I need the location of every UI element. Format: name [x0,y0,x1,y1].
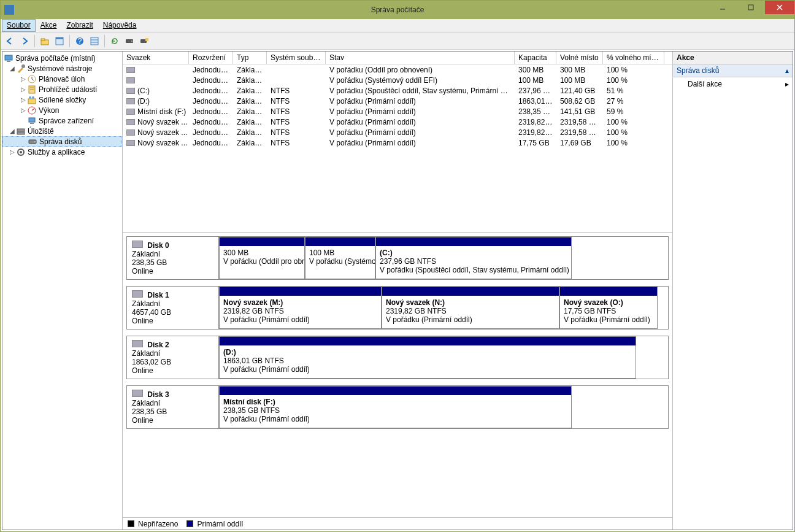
vol-free: 100 MB [556,75,603,86]
view-list-button[interactable] [88,34,101,48]
disk-action-button[interactable] [137,34,151,48]
col-kapacita[interactable]: Kapacita [515,52,556,64]
partition[interactable]: (C:)237,96 GB NTFSV pořádku (Spouštěcí o… [375,237,572,279]
minimize-button[interactable] [709,1,737,14]
expand-icon[interactable]: ▷ [20,96,27,103]
disk-label[interactable]: Disk 3Základní238,35 GBOnline [127,386,219,428]
collapse-icon[interactable]: ◢ [9,128,16,134]
partition[interactable]: (D:)1863,01 GB NTFSV pořádku (Primární o… [219,336,636,379]
svg-rect-28 [29,118,35,122]
volume-row[interactable]: Místní disk (F:)JednoduchýZákladníNTFSV … [123,106,672,117]
partition-stripe [560,287,657,296]
col-volne[interactable]: Volné místo [556,52,603,64]
vol-name: (D:) [137,97,150,106]
partition[interactable]: Nový svazek (O:)17,75 GB NTFSV pořádku (… [559,287,658,329]
expand-icon[interactable]: ▷ [20,86,27,93]
vol-pct: 100 % [603,75,664,86]
titlebar[interactable]: Správa počítače [1,1,794,19]
tree-diskmgmt[interactable]: Správa disků [2,136,122,147]
volume-row[interactable]: JednoduchýZákladníV pořádku (Oddíl pro o… [123,64,672,75]
disk-label[interactable]: Disk 1Základní4657,40 GBOnline [127,287,219,329]
tree-services[interactable]: ▷ Služby a aplikace [2,147,122,157]
volume-row[interactable]: (C:)JednoduchýZákladníNTFSV pořádku (Spo… [123,85,672,96]
partition[interactable]: 300 MBV pořádku (Oddíl pro obnovení) [219,237,305,279]
menubar: Soubor Akce Zobrazit Nápověda [1,19,794,33]
menu-soubor[interactable]: Soubor [2,19,36,32]
col-rozvrzeni[interactable]: Rozvržení [189,52,233,64]
vol-capacity: 237,96 GB [515,85,556,96]
close-button[interactable] [765,1,794,14]
drive-icon [126,129,135,136]
legend: Nepřiřazeno Primární oddíl [123,517,672,530]
actions-header: Akce [673,52,793,64]
collapse-icon[interactable]: ◢ [9,65,16,72]
partition[interactable]: Nový svazek (N:)2319,82 GB NTFSV pořádku… [382,287,559,329]
svg-rect-7 [56,37,63,39]
partition[interactable]: Místní disk (F:)238,35 GB NTFSV pořádku … [219,386,572,428]
vol-status: V pořádku (Oddíl pro obnovení) [326,64,515,75]
volume-row[interactable]: Nový svazek ...JednoduchýZákladníNTFSV p… [123,127,672,137]
volume-row[interactable]: Nový svazek ...JednoduchýZákladníNTFSV p… [123,137,672,148]
col-stav[interactable]: Stav [326,52,515,64]
back-button[interactable] [3,34,17,48]
partition[interactable]: 100 MBV pořádku (Systémový oddíl EFI) [305,237,375,279]
actions-more[interactable]: Další akce ▸ [673,77,793,91]
maximize-button[interactable] [737,1,765,14]
volume-row[interactable]: JednoduchýZákladníV pořádku (Systémový o… [123,75,672,85]
legend-primary: Primární oddíl [197,520,243,528]
disk-row: Disk 3Základní238,35 GBOnlineMístní disk… [126,385,669,429]
menu-zobrazit[interactable]: Zobrazit [61,19,98,32]
col-pct[interactable]: % volného místa [603,52,664,64]
tree-devmgr[interactable]: Správce zařízení [2,115,122,126]
perf-icon [27,106,37,115]
devmgr-icon [27,116,37,126]
properties-button[interactable] [53,34,66,48]
vol-status: V pořádku (Primární oddíl) [326,137,515,148]
vol-status: V pořádku (Systémový oddíl EFI) [326,75,515,86]
up-button[interactable] [38,34,52,48]
menu-napoveda[interactable]: Nápověda [98,19,142,32]
vol-fs: NTFS [267,106,326,117]
disk-label[interactable]: Disk 0Základní238,35 GBOnline [127,237,219,279]
menu-akce[interactable]: Akce [36,19,62,32]
disk-size: 238,35 GB [132,258,213,267]
partition[interactable]: Nový svazek (M:)2319,82 GB NTFSV pořádku… [219,287,382,329]
tree-perf[interactable]: ▷ Výkon [2,105,122,115]
vol-layout: Jednoduchý [189,106,233,117]
partition-size: 300 MB [223,249,301,257]
partition-size: 238,35 GB NTFS [223,406,567,415]
tree-systools[interactable]: ◢ Systémové nástroje [2,63,122,74]
partition-size: 17,75 GB NTFS [564,307,653,315]
help-button[interactable]: ? [73,34,86,48]
partition-stripe [220,387,571,395]
clock-icon [27,74,37,84]
disk-label[interactable]: Disk 2Základní1863,02 GBOnline [127,336,219,379]
volume-row[interactable]: Nový svazek ...JednoduchýZákladníNTFSV p… [123,117,672,127]
tree-storage[interactable]: ◢ Úložiště [2,126,122,136]
expand-icon[interactable]: ▷ [9,148,16,155]
partition-size: 2319,82 GB NTFS [223,307,377,315]
tree-eventvwr[interactable]: ▷ Prohlížeč událostí [2,84,122,94]
volume-row[interactable]: (D:)JednoduchýZákladníNTFSV pořádku (Pri… [123,96,672,106]
col-fs[interactable]: Systém souborů [267,52,326,64]
partition-status: V pořádku (Primární oddíl) [564,315,653,324]
actions-section-label: Správa disků [677,66,719,75]
partition-status: V pořádku (Primární oddíl) [223,315,377,324]
disk-settings-button[interactable] [123,34,136,48]
svg-rect-1 [748,5,753,10]
tree-shared[interactable]: ▷ Sdílené složky [2,94,122,105]
disk-size: 238,35 GB [132,407,213,416]
expand-icon[interactable]: ▷ [20,107,27,114]
col-typ[interactable]: Typ [233,52,267,64]
refresh-button[interactable] [108,34,121,48]
tree-scheduler[interactable]: ▷ Plánovač úloh [2,74,122,84]
expand-icon[interactable]: ▷ [20,75,27,82]
col-svazek[interactable]: Svazek [123,52,189,64]
vol-type: Základní [233,64,267,75]
forward-button[interactable] [18,34,31,48]
actions-section[interactable]: Správa disků ▴ [673,64,793,77]
vol-layout: Jednoduchý [189,127,233,138]
partition-size: 100 MB [309,249,371,257]
tree-root[interactable]: Správa počítače (místní) [2,53,122,63]
tree-label: Správa disků [39,137,82,146]
